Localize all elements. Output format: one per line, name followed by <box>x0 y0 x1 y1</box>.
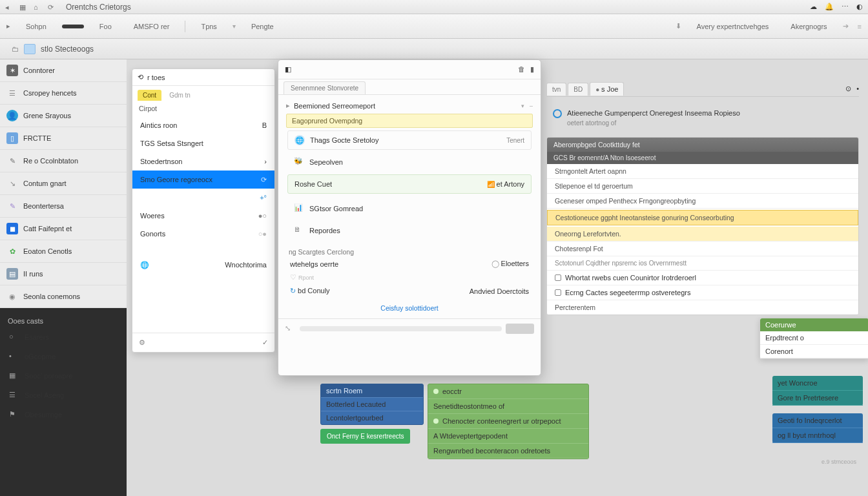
dialog-block-repordes[interactable]: 🗎Repordes <box>287 221 532 240</box>
collapse-icon[interactable]: ⟲ <box>138 73 143 81</box>
card-check-0[interactable]: Whortat rwebs cuen Counirtor Irotrderoer… <box>547 271 858 285</box>
canvas: ⟲r toes Cont Gdm tn Cirpot Aintics roonB… <box>127 59 868 496</box>
sidebar-item-csropey[interactable]: ☰Csropey hencets <box>0 82 127 105</box>
sidebar-b-esarers[interactable]: ○Esarers <box>0 327 127 347</box>
menu-icon[interactable]: ≡ <box>858 23 862 30</box>
sidebar-b-sooc[interactable]: ▦Sooc' poroapre <box>0 366 127 386</box>
sidebar-b-socel[interactable]: ☰Socel Aseng <box>0 386 127 405</box>
dialog-row-wtehelgs[interactable]: wtehelgs oerrte◯ Eloetters <box>278 257 541 271</box>
bell-icon[interactable]: 🔔 <box>825 3 834 11</box>
resize-icon[interactable]: ⤡ <box>285 324 291 333</box>
card-warn[interactable]: Cestotioneuce ggpht Ineotansteise gonuri… <box>547 210 858 225</box>
card-afterck[interactable]: Percterentem <box>547 300 858 315</box>
mini-item-0[interactable]: Erpdtrecnt o <box>760 331 868 345</box>
dialog-opt-roshe[interactable]: Roshe Cuet📶 et Artony <box>287 174 532 194</box>
side-panel-tab-gdm[interactable]: Gdm tn <box>164 90 196 101</box>
plus-icon[interactable]: +° <box>260 194 267 202</box>
chevron-down-icon[interactable]: ▾ – <box>521 103 533 109</box>
sync-icon[interactable]: ☁ <box>810 3 817 11</box>
tab-dark[interactable] <box>62 25 84 28</box>
right-tab-joe[interactable]: ● s Joe <box>590 82 624 96</box>
dialog-link[interactable]: Ceisfuy solottidoert <box>278 298 541 318</box>
trash-icon[interactable]: 🗑 <box>518 65 525 74</box>
refresh-icon[interactable]: ⟳ <box>48 3 56 11</box>
sidebar-b-ogcoprne[interactable]: •oGcoprne <box>0 347 127 366</box>
blue-card-2[interactable]: Geoti fo Indeqrcerlot og ll byut mntrhoq… <box>772 413 863 443</box>
caret-icon[interactable]: ▸ <box>286 101 290 110</box>
refresh-icon[interactable]: ⟳ <box>261 176 267 184</box>
dialog-tab[interactable]: Senenmnee Stonvorete <box>284 81 366 94</box>
sidebar-b-obes[interactable]: ⚑Obesurrnge <box>0 405 127 424</box>
dialog-ok-button[interactable] <box>506 324 534 334</box>
signal-icon: 📶 et Artony <box>487 180 524 188</box>
checkbox-icon[interactable] <box>555 274 561 281</box>
tab-foo[interactable]: Foo <box>93 21 118 32</box>
sidebar-item-catt[interactable]: ◼Catt Faifepnt et <box>0 218 127 240</box>
sidebar-item-conntorer[interactable]: ✶Conntorer <box>0 59 127 82</box>
side-panel-footer: ⚙ ✓ <box>132 333 274 352</box>
card-line-1[interactable]: Stlepenoe el td geroertum <box>547 179 858 194</box>
sidebar-item-seonla[interactable]: ◉Seonla conemons <box>0 285 127 308</box>
panel-item-woeres[interactable]: Woeres●○ <box>132 207 274 225</box>
teal-card[interactable]: yet Woncroe Gore tn Pretrtesere <box>772 376 863 406</box>
sidebar-item-grene[interactable]: 👤Grene Srayous <box>0 105 127 127</box>
main-area: ✶Conntorer ☰Csropey hencets 👤Grene Srayo… <box>0 59 868 496</box>
panel-item-wnoch[interactable]: 🌐 Wnochtorima <box>132 256 274 274</box>
right-tab-bd[interactable]: BD <box>568 83 588 96</box>
home-icon[interactable]: ⌂ <box>34 3 41 11</box>
blue-card[interactable]: scrtn Roem Botterled Lecauted Lcontolert… <box>320 384 424 425</box>
right-tab-tvn[interactable]: tvn <box>546 83 566 96</box>
user-icon: 👤 <box>6 110 18 121</box>
sidebar-item-runs[interactable]: ▤II runs <box>0 263 127 285</box>
chevron-down-icon[interactable]: ▾ <box>232 23 236 30</box>
tab-amsfo[interactable]: AMSFO rer <box>127 21 176 32</box>
toggle-off-icon[interactable]: ○● <box>258 230 267 238</box>
dialog-row-conuly[interactable]: ↻ bd ConulyAndvied Doerctoits <box>278 284 541 298</box>
card-warn2[interactable]: Oneorng Lerefortvten. <box>547 227 858 242</box>
panel-item-selected[interactable]: Smo Georre regoreocx⟳ <box>132 170 274 189</box>
side-panel-tab-cont[interactable]: Cont <box>138 90 161 101</box>
dialog-opt-sepe[interactable]: 🐝Sepeolven <box>287 152 532 172</box>
dialog-opt-thags[interactable]: 🌐Thags Gocte SretoloyTenert <box>287 130 532 150</box>
download-icon[interactable]: ⬇ <box>676 22 681 30</box>
dialog-row-heart[interactable]: ♡ Rpont <box>278 271 541 284</box>
sidebar-item-re[interactable]: ✎Re o Ccolnbtaton <box>0 150 127 172</box>
green-button[interactable]: Onct Ferny E kesrertreects <box>320 429 410 444</box>
account-icon[interactable]: ◐ <box>856 3 863 11</box>
card-line-2[interactable]: Gceneser omped Penthecx Frngongreopbytin… <box>547 194 858 209</box>
sidebar-item-contum[interactable]: ↘Contum gnart <box>0 172 127 195</box>
panel-item-gonorts[interactable]: Gonorts○● <box>132 225 274 243</box>
panel-item-stoed[interactable]: Stoedertnson› <box>132 152 274 170</box>
sidebar-item-beont[interactable]: ✎Beontertersa <box>0 195 127 218</box>
card-check-1[interactable]: Ecrng Cactes segeeterrmp ostveretegrs <box>547 285 858 300</box>
grid-icon[interactable]: ▦ <box>19 3 27 11</box>
tab-pengte[interactable]: Pengte <box>245 21 280 32</box>
panel-item-tgs[interactable]: TGS Setsa Stsngert <box>132 134 274 152</box>
dialog-block-sgtsor[interactable]: 📊SGtsor Gomread <box>287 199 532 218</box>
dialog-scrollbar[interactable] <box>300 326 502 331</box>
pin-icon[interactable]: ⊙ <box>845 85 851 93</box>
sidebar-item-eoaton[interactable]: ✿Eoaton Cenotls <box>0 240 127 263</box>
checkbox-icon[interactable] <box>555 289 561 296</box>
link-avery[interactable]: Avery expertnctvehges <box>690 21 776 32</box>
doc2-icon: 🗎 <box>294 225 304 236</box>
back-icon[interactable]: ◂ <box>5 3 13 11</box>
sidebar-item-frctte[interactable]: ▯FRCTTE <box>0 127 127 150</box>
green-card[interactable]: eocctr Senetidteostontmeo of Chenocter c… <box>428 384 589 459</box>
check-icon[interactable]: ✓ <box>262 338 268 347</box>
card-after[interactable]: Chotesrenpl Fot <box>547 242 858 256</box>
link-akerg[interactable]: Akergnogrs <box>784 21 833 32</box>
more-icon[interactable]: ⋯ <box>842 3 849 11</box>
dialog-highlight[interactable]: Eagoprured Ovempdng <box>286 114 533 128</box>
forward-icon[interactable]: ➔ <box>843 22 849 30</box>
tab-tpns[interactable]: Tpns <box>194 21 223 32</box>
panel-item-add[interactable]: +° <box>132 189 274 207</box>
chat-icon[interactable]: ▮ <box>530 65 534 74</box>
card-line-0[interactable]: Strngontelt Artert oapnn <box>547 164 858 179</box>
dot-icon[interactable]: • <box>856 85 859 93</box>
panel-item-aintics[interactable]: Aintics roonB <box>132 116 274 134</box>
settings-icon[interactable]: ⚙ <box>139 338 145 347</box>
toggle-icon[interactable]: ●○ <box>258 212 267 220</box>
tab-sohpn[interactable]: Sohpn <box>19 21 53 32</box>
mini-item-1[interactable]: Corenort <box>760 345 868 358</box>
